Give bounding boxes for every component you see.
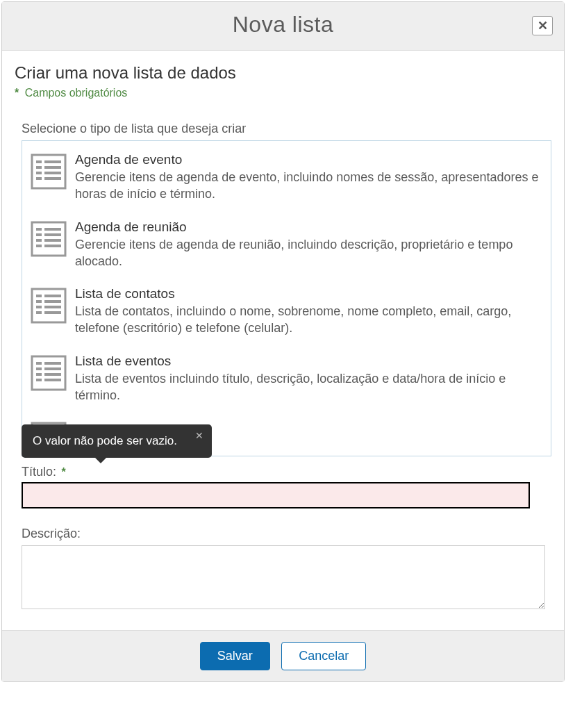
new-list-dialog: Nova lista ✕ Criar uma nova lista de dad… <box>1 1 565 682</box>
svg-rect-3 <box>36 166 42 169</box>
svg-rect-15 <box>44 239 61 242</box>
svg-rect-7 <box>36 177 42 180</box>
svg-rect-6 <box>44 172 61 174</box>
svg-rect-16 <box>36 245 42 247</box>
description-field-group: Descrição: <box>22 527 551 609</box>
svg-rect-17 <box>44 245 61 247</box>
svg-rect-31 <box>44 367 61 370</box>
required-fields-note: * Campos obrigatórios <box>15 87 551 99</box>
list-type-title: Lista de eventos <box>75 354 542 369</box>
list-type-option[interactable]: Lista de contatos Lista de contatos, inc… <box>28 282 545 349</box>
title-input[interactable] <box>22 482 530 508</box>
validation-tooltip: O valor não pode ser vazio. ✕ <box>22 424 212 458</box>
svg-rect-29 <box>44 362 61 365</box>
svg-rect-26 <box>44 311 61 314</box>
asterisk-icon: * <box>61 466 65 478</box>
svg-rect-4 <box>44 166 61 169</box>
svg-rect-12 <box>36 233 42 236</box>
svg-rect-24 <box>44 306 61 308</box>
list-type-title: Agenda de reunião <box>75 220 542 235</box>
list-type-selector[interactable]: Agenda de evento Gerencie itens de agend… <box>22 140 551 456</box>
svg-rect-10 <box>36 228 42 231</box>
save-button[interactable]: Salvar <box>200 642 270 670</box>
list-type-desc: Gerencie itens de agenda de reunião, inc… <box>75 236 542 270</box>
svg-rect-13 <box>44 233 61 236</box>
list-type-desc: Lista de eventos incluindo título, descr… <box>75 370 542 404</box>
svg-rect-1 <box>36 160 42 163</box>
dialog-header: Nova lista ✕ <box>2 2 564 51</box>
svg-rect-25 <box>36 311 42 314</box>
datalist-icon <box>31 154 67 190</box>
svg-rect-22 <box>44 300 61 303</box>
dialog-body: Criar uma nova lista de dados * Campos o… <box>2 51 564 630</box>
tooltip-arrow-icon <box>94 457 107 463</box>
list-type-desc: Lista de contatos, incluindo o nome, sob… <box>75 303 542 337</box>
list-type-label: Selecione o tipo de lista que deseja cri… <box>22 122 551 136</box>
svg-rect-19 <box>36 295 42 297</box>
datalist-icon <box>31 355 67 391</box>
svg-rect-33 <box>44 373 61 376</box>
list-type-title: Lista de contatos <box>75 286 542 301</box>
svg-rect-34 <box>36 379 42 381</box>
list-type-desc: Gerencie itens de agenda de evento, incl… <box>75 169 542 203</box>
dialog-title: Nova lista <box>16 12 550 38</box>
close-icon: ✕ <box>538 18 548 33</box>
required-note-text: Campos obrigatórios <box>25 87 128 99</box>
svg-rect-11 <box>44 228 61 231</box>
list-type-option[interactable]: Agenda de evento Gerencie itens de agend… <box>28 148 545 215</box>
svg-rect-30 <box>36 367 42 370</box>
dialog-subtitle: Criar uma nova lista de dados <box>15 63 551 83</box>
close-button[interactable]: ✕ <box>532 16 553 35</box>
svg-rect-21 <box>36 300 42 303</box>
svg-rect-8 <box>44 177 61 180</box>
tooltip-close-button[interactable]: ✕ <box>195 430 203 441</box>
datalist-icon <box>31 288 67 324</box>
title-field-group: O valor não pode ser vazio. ✕ Título: * <box>22 465 551 508</box>
svg-rect-2 <box>44 160 61 163</box>
svg-rect-5 <box>36 172 42 174</box>
svg-rect-20 <box>44 295 61 297</box>
svg-rect-14 <box>36 239 42 242</box>
asterisk-icon: * <box>15 87 19 99</box>
tooltip-message: O valor não pode ser vazio. <box>33 434 177 447</box>
dialog-footer: Salvar Cancelar <box>2 630 564 681</box>
cancel-button[interactable]: Cancelar <box>281 642 366 670</box>
svg-rect-28 <box>36 362 42 365</box>
description-label: Descrição: <box>22 527 551 541</box>
svg-rect-23 <box>36 306 42 308</box>
datalist-icon <box>31 221 67 257</box>
svg-rect-35 <box>44 379 61 381</box>
svg-rect-32 <box>36 373 42 376</box>
list-type-option[interactable]: Lista de eventos Lista de eventos inclui… <box>28 349 545 417</box>
list-type-title: Agenda de evento <box>75 152 542 167</box>
description-textarea[interactable] <box>22 545 545 609</box>
title-label: Título: <box>22 465 56 479</box>
list-type-option[interactable]: Agenda de reunião Gerencie itens de agen… <box>28 215 545 283</box>
